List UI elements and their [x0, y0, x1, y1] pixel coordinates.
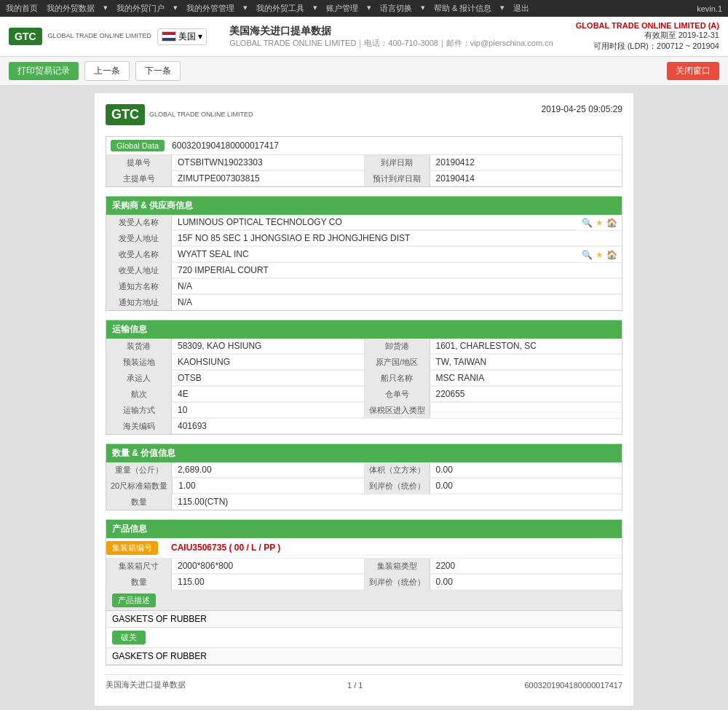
container-type-label: 集装箱类型: [365, 559, 430, 574]
next-button[interactable]: 下一条: [135, 61, 181, 81]
logo-subtext: GLOBAL TRADE ONLINE LIMITED: [48, 32, 152, 41]
nav-language[interactable]: 语言切换: [380, 3, 412, 14]
bill-no-field: 提单号 OTSBITWN19023303: [106, 155, 364, 170]
document-header: GTC GLOBAL TRADE ONLINE LIMITED 2019-04-…: [106, 104, 622, 125]
carrier-label: 承运人: [106, 371, 172, 386]
logo-area: GTC GLOBAL TRADE ONLINE LIMITED 美国▾: [9, 28, 207, 45]
container-size-type-row: 集装箱尺寸 2000*806*800 集装箱类型 2200: [106, 559, 622, 575]
nav-help[interactable]: 帮助 & 报计信息: [434, 3, 491, 14]
transport-header: 运输信息: [106, 320, 622, 339]
sender-icons: 🔍 ★ 🏠: [577, 218, 622, 228]
receiver-address-label: 收受人地址: [106, 263, 172, 278]
top-toolbar: 打印贸易记录 上一条 下一条 关闭窗口: [0, 57, 728, 86]
estimated-arrival-field: 预计到岸日期 20190414: [364, 171, 622, 186]
print-button[interactable]: 打印贸易记录: [9, 62, 79, 80]
main-bill-field: 主提单号 ZIMUTPE007303815: [106, 171, 364, 186]
voyage-label: 航次: [106, 387, 172, 402]
doc-footer-page: 1 / 1: [347, 681, 363, 690]
notify-address-row: 通知方地址 N/A: [106, 295, 622, 310]
global-data-section: Global Data 6003201904180000017417 提单号 O…: [106, 136, 622, 187]
container-20-field: 20尺标准箱数量 1.00: [106, 478, 364, 494]
customs-code-label: 海关编码: [106, 419, 172, 434]
receiver-home-icon[interactable]: 🏠: [606, 250, 617, 260]
receiver-star-icon[interactable]: ★: [596, 250, 604, 260]
origin-port-label: 装货港: [106, 339, 172, 354]
main-bill-value: ZIMUTPE007303815: [172, 171, 364, 186]
dest-port-field: 卸货港 1601, CHARLESTON, SC: [364, 339, 622, 354]
origin-port-value: 58309, KAO HSIUNG: [172, 339, 364, 354]
product-qty-value: 115.00: [172, 575, 364, 590]
doc-logo: GTC GLOBAL TRADE ONLINE LIMITED: [106, 104, 253, 125]
voyage-value: 4E: [172, 387, 364, 402]
prev-button[interactable]: 上一条: [84, 61, 130, 81]
sender-star-icon[interactable]: ★: [596, 218, 604, 228]
vessel-field: 船只名称 MSC RANIA: [364, 371, 622, 386]
nav-tools[interactable]: 我的外贸工具: [256, 3, 304, 14]
volume-field: 体积（立方米） 0.00: [364, 462, 622, 478]
shipper-section: 采购商 & 供应商信息 发受人名称 LUMINOUS OPTICAL TECHN…: [106, 196, 622, 311]
doc-logo-box: GTC: [106, 104, 145, 125]
keyword-button[interactable]: 破关: [112, 631, 146, 644]
container-type-field: 集装箱类型 2200: [364, 559, 622, 574]
bonded-field: 保税区进入类型: [364, 403, 622, 418]
bonded-value: [430, 408, 622, 413]
receiver-icons: 🔍 ★ 🏠: [577, 250, 622, 260]
notify-name-label: 通知方名称: [106, 279, 172, 294]
weight-volume-row: 重量（公斤） 2,689.00 体积（立方米） 0.00: [106, 462, 622, 478]
doc-logo-sub: GLOBAL TRADE ONLINE LIMITED: [149, 111, 253, 119]
flag-label: 美国: [178, 31, 196, 43]
main-bill-row: 主提单号 ZIMUTPE007303815 预计到岸日期 20190414: [106, 171, 622, 186]
arrival-price-label: 到岸价（统价）: [365, 478, 430, 494]
carrier-field: 承运人 OTSB: [106, 371, 364, 386]
product-keyword-value: GASKETS OF RUBBER: [112, 651, 207, 661]
dest-port-label: 卸货港: [365, 339, 430, 354]
keyword-row: 破关: [106, 628, 622, 648]
nav-foreign-trade[interactable]: 我的外贸门户: [116, 3, 165, 14]
notify-address-value: N/A: [172, 295, 622, 310]
receiver-name-row: 收受人名称 WYATT SEAL INC 🔍 ★ 🏠: [106, 247, 622, 263]
carrier-value: OTSB: [172, 371, 364, 386]
product-qty-price-row: 数量 115.00 到岸价（统价） 0.00: [106, 575, 622, 591]
sender-search-icon[interactable]: 🔍: [582, 218, 593, 228]
vessel-label: 船只名称: [365, 371, 430, 386]
volume-label: 体积（立方米）: [365, 462, 430, 478]
bill-lading-label: 仓单号: [365, 387, 430, 402]
bill-arrival-row: 提单号 OTSBITWN19023303 到岸日期 20190412: [106, 155, 622, 171]
close-button[interactable]: 关闭窗口: [667, 62, 719, 80]
sender-name-row: 发受人名称 LUMINOUS OPTICAL TECHNOLOGY CO 🔍 ★…: [106, 215, 622, 231]
arrival-price-value: 0.00: [430, 478, 622, 494]
nav-links: 我的首页 我的外贸数据▾ 我的外贸门户▾ 我的外管管理▾ 我的外贸工具▾ 账户管…: [6, 3, 529, 14]
header-title-area: 美国海关进口提单数据 GLOBAL TRADE ONLINE LIMITED｜电…: [229, 25, 553, 49]
sender-name-value: LUMINOUS OPTICAL TECHNOLOGY CO: [172, 215, 577, 230]
bill-no-label: 提单号: [106, 155, 172, 170]
product-qty-label: 数量: [106, 575, 172, 590]
preload-field: 预装运地 KAOHSIUNG: [106, 355, 364, 370]
weight-field: 重量（公斤） 2,689.00: [106, 462, 364, 478]
quantity-section: 数量 & 价值信息 重量（公斤） 2,689.00 体积（立方米） 0.00 2…: [106, 443, 622, 510]
estimated-arrival-value: 20190414: [430, 171, 622, 186]
preload-country-row: 预装运地 KAOHSIUNG 原产国/地区 TW, TAIWAN: [106, 355, 622, 371]
current-user: kevin.1: [697, 4, 722, 13]
nav-trade-data[interactable]: 我的外贸数据: [47, 3, 95, 14]
bonded-label: 保税区进入类型: [365, 403, 430, 418]
receiver-name-label: 收受人名称: [106, 247, 172, 262]
flag-selector[interactable]: 美国▾: [157, 28, 207, 45]
nav-admin[interactable]: 我的外管管理: [186, 3, 234, 14]
container-type-value: 2200: [430, 559, 622, 574]
nav-logout[interactable]: 退出: [513, 3, 529, 14]
receiver-address-row: 收受人地址 720 IMPERIAL COURT: [106, 263, 622, 279]
nav-account[interactable]: 账户管理: [326, 3, 358, 14]
weight-value: 2,689.00: [172, 462, 364, 478]
quantity-row: 数量 115.00(CTN): [106, 494, 622, 510]
sender-home-icon[interactable]: 🏠: [606, 218, 617, 228]
page-header: GTC GLOBAL TRADE ONLINE LIMITED 美国▾ 美国海关…: [0, 17, 728, 57]
product-price-value: 0.00: [430, 575, 622, 590]
receiver-search-icon[interactable]: 🔍: [582, 250, 593, 260]
nav-home[interactable]: 我的首页: [6, 3, 38, 14]
global-data-row: Global Data 6003201904180000017417: [106, 137, 622, 155]
product-desc-section-label: 产品描述: [112, 593, 156, 607]
sender-name-label: 发受人名称: [106, 215, 172, 230]
arrival-price-field: 到岸价（统价） 0.00: [364, 478, 622, 494]
doc-footer-id: 6003201904180000017417: [524, 681, 622, 690]
document-container: GTC GLOBAL TRADE ONLINE LIMITED 2019-04-…: [95, 93, 633, 706]
